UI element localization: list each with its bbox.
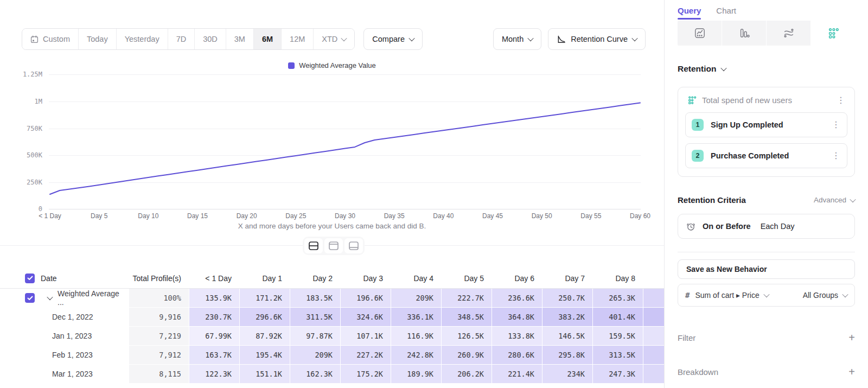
retention-value-cell: 296.6K — [239, 308, 290, 326]
header-column: Day 2 — [290, 268, 340, 288]
retention-value-cell: 175.2K — [340, 365, 391, 383]
cut-value-cell — [643, 308, 664, 326]
insights-icon[interactable] — [678, 21, 722, 46]
row-label: Mar 1, 2023 — [52, 370, 93, 378]
header-column: Day 6 — [492, 268, 542, 288]
step-number-badge: 2 — [692, 150, 704, 162]
row-label-cell: Weighted Average ... — [0, 289, 129, 307]
table-row: Feb 1, 20237,912163.7K195.4K209K227.2K24… — [0, 346, 664, 365]
retention-value-cell: 195.4K — [239, 346, 290, 364]
measure-property-label: Sum of cart ▸ Price — [695, 291, 759, 300]
view-toggle-table-only[interactable] — [344, 238, 363, 253]
kebab-menu-icon[interactable]: ⋮ — [831, 120, 841, 129]
retention-value-cell: 295.8K — [542, 346, 592, 364]
tab-chart[interactable]: Chart — [716, 6, 736, 20]
group-scope-dropdown[interactable]: All Groups — [803, 291, 847, 300]
retention-value-cell: 260.9K — [441, 346, 492, 364]
x-axis-tick: Day 55 — [580, 212, 601, 220]
retention-value-cell: 206.2K — [441, 365, 492, 383]
kebab-menu-icon[interactable]: ⋮ — [831, 151, 841, 160]
retention-value-cell: 247.3K — [592, 365, 643, 383]
tab-query[interactable]: Query — [678, 6, 701, 20]
total-profiles-cell: 8,115 — [129, 365, 189, 383]
chart-type-switcher — [678, 21, 855, 46]
behavior-header: Total spend of new users ⋮ — [685, 94, 847, 112]
retention-value-cell: 364.8K — [492, 308, 542, 326]
view-toggle-chart-only[interactable] — [324, 238, 343, 253]
add-breakdown-button[interactable]: + — [848, 366, 855, 377]
x-axis-tick: Day 15 — [187, 212, 208, 220]
row-label-cell: Jan 1, 2023 — [0, 327, 129, 345]
flow-icon[interactable] — [767, 21, 811, 46]
retention-value-cell: 324.6K — [340, 308, 391, 326]
query-sidebar: Query Chart Retention — [664, 0, 868, 388]
view-toggle-split[interactable] — [304, 238, 323, 253]
header-column: Day 8 — [592, 268, 643, 288]
retention-value-cell: 348.5K — [441, 308, 492, 326]
retention-value-cell: 133.8K — [492, 327, 542, 345]
save-as-new-behavior-button[interactable]: Save as New Behavior — [678, 259, 855, 279]
bar-chart-icon[interactable] — [722, 21, 767, 46]
select-all-checkbox[interactable] — [25, 273, 35, 283]
retention-value-cell: 146.5K — [542, 327, 592, 345]
x-axis-tick: Day 45 — [482, 212, 503, 220]
timing-unit[interactable]: Each Day — [761, 222, 795, 231]
header-column: Day 7 — [542, 268, 592, 288]
retention-value-cell: 250.7K — [542, 289, 592, 307]
retention-value-cell: 222.7K — [441, 289, 492, 307]
x-axis-tick: Day 50 — [532, 212, 552, 220]
retention-value-cell: 280.6K — [492, 346, 542, 364]
criteria-mode-label: Advanced — [814, 196, 846, 204]
row-label: Weighted Average ... — [58, 289, 121, 307]
retention-value-cell: 67.99K — [189, 327, 239, 345]
behavior-step-1[interactable]: 1 Sign Up Completed ⋮ — [685, 112, 847, 137]
retention-value-cell: 209K — [391, 289, 441, 307]
timing-card[interactable]: On or Before Each Day — [678, 214, 855, 239]
table-header-row: DateTotal Profile(s)< 1 DayDay 1Day 2Day… — [0, 268, 664, 289]
cut-value-cell — [643, 346, 664, 364]
table-row: Weighted Average ...100%135.9K171.2K183.… — [0, 289, 664, 308]
expand-chevron-icon[interactable] — [47, 294, 53, 300]
behavior-step-2[interactable]: 2 Purchase Completed ⋮ — [685, 143, 847, 168]
retention-value-cell: 189.9K — [391, 365, 441, 383]
row-label: Jan 1, 2023 — [52, 332, 92, 340]
filter-row: Filter + — [678, 332, 855, 343]
behavior-title: Total spend of new users — [702, 96, 830, 105]
x-axis-tick: Day 40 — [433, 212, 454, 220]
retention-value-cell: 116.9K — [391, 327, 441, 345]
retention-value-cell: 87.92K — [239, 327, 290, 345]
retention-value-cell: 311.5K — [290, 308, 340, 326]
header-label: Date — [41, 274, 57, 283]
retention-line-chart[interactable] — [0, 0, 664, 233]
x-axis-tick: Day 30 — [335, 212, 355, 220]
retention-criteria-label: Retention Criteria — [678, 195, 814, 205]
retention-value-cell: 151.1K — [239, 365, 290, 383]
chevron-down-icon — [721, 65, 727, 71]
total-profiles-cell: 100% — [129, 289, 189, 307]
retention-value-cell: 97.87K — [290, 327, 340, 345]
chevron-down-icon — [842, 291, 848, 297]
x-axis-tick: Day 5 — [91, 212, 107, 220]
cut-value-cell — [643, 327, 664, 345]
x-axis-tick: Day 25 — [285, 212, 306, 220]
step-label: Purchase Completed — [711, 151, 824, 160]
kebab-menu-icon[interactable]: ⋮ — [835, 96, 846, 105]
retention-value-cell: 171.2K — [239, 289, 290, 307]
retention-value-cell: 196.6K — [340, 289, 391, 307]
behavior-retention-icon — [687, 96, 697, 105]
retention-icon[interactable] — [811, 21, 855, 46]
retention-value-cell: 122.3K — [189, 365, 239, 383]
timing-condition[interactable]: On or Before — [703, 222, 751, 231]
header-column: Day 3 — [340, 268, 391, 288]
breakdown-row: Breakdown + — [678, 366, 855, 377]
retention-value-cell: 107.1K — [340, 327, 391, 345]
retention-section-dropdown[interactable]: Retention — [678, 64, 855, 74]
row-label-cell: Dec 1, 2022 — [0, 308, 129, 326]
add-filter-button[interactable]: + — [848, 332, 855, 343]
row-checkbox[interactable] — [25, 293, 35, 303]
x-axis-tick: Day 60 — [630, 212, 650, 220]
sidebar-tabs: Query Chart — [678, 0, 855, 20]
measure-property-dropdown[interactable]: Sum of cart ▸ Price — [695, 291, 768, 300]
header-column: Day 1 — [239, 268, 290, 288]
criteria-mode-dropdown[interactable]: Advanced — [814, 196, 855, 204]
